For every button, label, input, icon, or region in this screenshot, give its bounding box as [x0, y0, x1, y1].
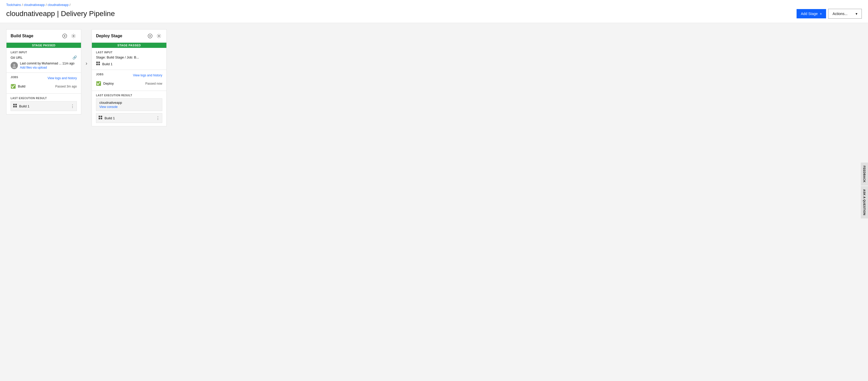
- breadcrumb-cloudnativeapp-2[interactable]: cloudnativeapp: [48, 3, 69, 7]
- view-console-link[interactable]: View console: [99, 105, 118, 109]
- deploy-stage-settings-button[interactable]: [156, 33, 162, 39]
- svg-rect-8: [15, 106, 17, 107]
- svg-point-2: [73, 35, 74, 37]
- add-icon: +: [820, 12, 822, 16]
- deploy-execution-item: Build 1 ⋮: [96, 113, 162, 123]
- main-content: Build Stage STAGE PASSED LAST IN: [0, 23, 868, 132]
- svg-marker-1: [64, 35, 66, 37]
- commit-text: Last commit by Muhammad ... 11m ago: [20, 62, 74, 65]
- build-execution-more-button[interactable]: ⋮: [70, 104, 74, 109]
- chevron-down-icon: ▾: [856, 12, 858, 16]
- build-input-source: Git URL: [10, 56, 23, 60]
- build-execution-label: LAST EXECUTION RESULT: [10, 97, 77, 100]
- breadcrumb-cloudnativeapp-1[interactable]: cloudnativeapp: [24, 3, 45, 7]
- breadcrumb-toolchains[interactable]: Toolchains: [6, 3, 21, 7]
- chevron-right-icon: ›: [86, 60, 88, 66]
- add-stage-label: Add Stage: [801, 12, 817, 16]
- build-stage-run-button[interactable]: [61, 33, 68, 39]
- svg-rect-13: [98, 62, 100, 63]
- build-jobs-label: JOBS: [10, 76, 18, 79]
- build-job-name: Build: [18, 84, 25, 88]
- build-stage-settings-button[interactable]: [70, 33, 77, 39]
- deploy-job-row: ✅ Deploy Passed now: [96, 80, 162, 88]
- deploy-job-check-icon: ✅: [96, 81, 101, 86]
- actions-dropdown-button[interactable]: Actions... ▾: [828, 9, 862, 19]
- add-stage-button[interactable]: Add Stage +: [797, 9, 826, 19]
- deploy-app-result: cloudnativeapp View console: [96, 98, 162, 111]
- add-files-link[interactable]: Add files via upload: [20, 66, 74, 69]
- build-execution-item: Build 1 ⋮: [10, 101, 77, 111]
- deploy-job-status: Passed now: [146, 82, 162, 86]
- build-stage-title: Build Stage: [10, 34, 33, 38]
- deploy-app-name: cloudnativeapp: [99, 101, 159, 104]
- svg-rect-6: [15, 104, 17, 105]
- deploy-stage-card: Deploy Stage STAGE PASSED LAST I: [92, 29, 167, 126]
- deploy-stage-title: Deploy Stage: [96, 34, 122, 38]
- deploy-execution-label: LAST EXECUTION RESULT: [96, 94, 162, 97]
- deploy-view-logs-link[interactable]: View logs and history: [133, 73, 162, 77]
- svg-rect-16: [99, 116, 100, 117]
- svg-rect-18: [99, 118, 100, 119]
- svg-rect-14: [96, 64, 98, 65]
- svg-rect-19: [101, 118, 102, 119]
- deploy-job-name: Deploy: [103, 82, 114, 86]
- build-stage-icons: [61, 33, 77, 39]
- avatar: [10, 62, 18, 69]
- deploy-last-input-label: LAST INPUT: [96, 51, 162, 54]
- deploy-execution-name: Build 1: [104, 116, 115, 120]
- deploy-input-build-icon: [96, 61, 100, 66]
- svg-rect-12: [96, 62, 98, 63]
- deploy-stage-icons: [147, 33, 162, 39]
- deploy-stage-status: STAGE PASSED: [92, 43, 166, 48]
- build-job-check-icon: ✅: [10, 84, 16, 89]
- build-job-status: Passed 3m ago: [55, 85, 77, 88]
- actions-label: Actions...: [833, 12, 847, 16]
- build-execution-name: Build 1: [19, 104, 30, 108]
- build-stage-input-section: LAST INPUT Git URL 🔗 Last commit by Muha…: [6, 48, 81, 73]
- svg-rect-7: [13, 106, 15, 107]
- arrow-connector: ›: [81, 60, 92, 66]
- svg-point-11: [158, 35, 160, 37]
- build-stage-status: STAGE PASSED: [6, 43, 81, 48]
- deploy-input-build-name: Build 1: [102, 62, 113, 66]
- svg-rect-5: [13, 104, 15, 105]
- deploy-execution-more-button[interactable]: ⋮: [156, 116, 160, 121]
- deploy-item-icon: [98, 116, 102, 121]
- deploy-stage-input-section: LAST INPUT Stage: Build Stage / Job: B..…: [92, 48, 166, 70]
- svg-point-4: [12, 66, 16, 68]
- svg-rect-17: [101, 116, 102, 117]
- build-execution-section: LAST EXECUTION RESULT Build 1 ⋮: [6, 94, 81, 114]
- build-last-input-label: LAST INPUT: [10, 51, 77, 54]
- deploy-jobs-section: JOBS View logs and history ✅ Deploy Pass…: [92, 70, 166, 91]
- page-title: cloudnativeapp | Delivery Pipeline: [6, 9, 115, 18]
- deploy-stage-header: Deploy Stage: [92, 30, 166, 43]
- build-stage-header: Build Stage: [6, 30, 81, 43]
- build-view-logs-link[interactable]: View logs and history: [48, 76, 77, 80]
- breadcrumb: Toolchains / cloudnativeapp / cloudnativ…: [6, 3, 862, 7]
- header-actions: Add Stage + Actions... ▾: [797, 9, 862, 19]
- build-jobs-section: JOBS View logs and history ✅ Build Passe…: [6, 73, 81, 94]
- svg-marker-10: [150, 35, 151, 37]
- git-url-link-icon[interactable]: 🔗: [72, 55, 77, 60]
- deploy-input-source: Stage: Build Stage / Job: B...: [96, 55, 139, 59]
- page-header: Toolchains / cloudnativeapp / cloudnativ…: [0, 0, 868, 23]
- deploy-jobs-label: JOBS: [96, 73, 103, 76]
- svg-point-3: [13, 64, 15, 66]
- build-job-row: ✅ Build Passed 3m ago: [10, 82, 77, 90]
- build-stage-card: Build Stage STAGE PASSED LAST IN: [6, 29, 81, 115]
- deploy-execution-section: LAST EXECUTION RESULT cloudnativeapp Vie…: [92, 91, 166, 126]
- build-item-icon: [13, 103, 17, 109]
- deploy-stage-run-button[interactable]: [147, 33, 153, 39]
- svg-rect-15: [98, 64, 100, 65]
